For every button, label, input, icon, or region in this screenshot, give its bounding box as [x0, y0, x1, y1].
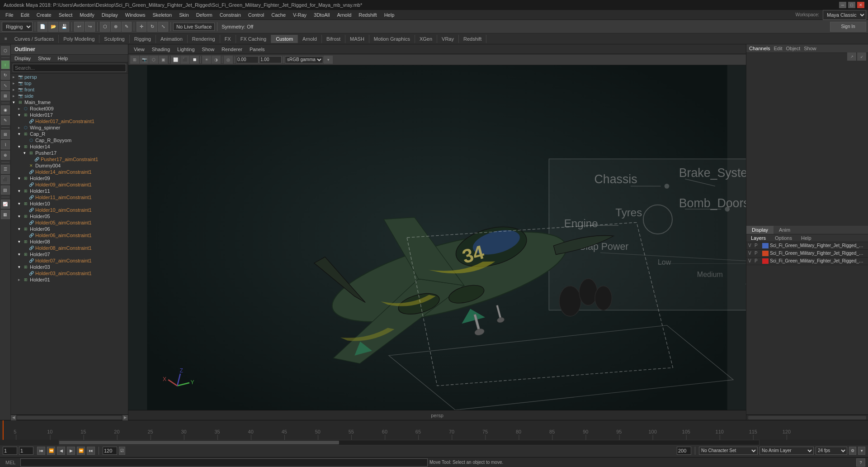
tree-item-holder07[interactable]: ▾ ⊞ Holder07 [11, 251, 128, 257]
menu-redshift[interactable]: Redshift [355, 11, 380, 19]
vp-menu-view[interactable]: View [130, 46, 148, 53]
paint-btn[interactable]: ✎ [122, 22, 132, 32]
menu-file[interactable]: File [2, 11, 17, 19]
layer-name[interactable]: Sci_Fi_Green_Military_Fighter_Jet_Rigged… [770, 243, 866, 248]
timeline-ruler[interactable]: 5 10 15 20 25 30 35 40 45 50 55 60 65 70… [0, 420, 868, 440]
layer-v[interactable]: V [748, 258, 755, 263]
no-character-dropdown[interactable]: No Character Set [699, 447, 758, 455]
show-tab[interactable]: Show [804, 46, 816, 51]
tab-animation[interactable]: Animation [156, 35, 188, 43]
vp-texture-btn[interactable]: 🔲 [190, 56, 199, 64]
tree-item-holder03-constraint[interactable]: 🔗 Holder03_aimConstraint1 [11, 270, 128, 276]
menu-3dtoall[interactable]: 3DtoAll [310, 11, 333, 19]
rotate-btn[interactable]: ↻ [147, 22, 157, 32]
vp-res-gate-btn[interactable]: ▣ [159, 56, 168, 64]
tree-item-holder09[interactable]: ▾ ⊞ Holder09 [11, 175, 128, 181]
vp-xray-btn[interactable]: ◎ [224, 56, 233, 64]
tab-fx[interactable]: FX [220, 35, 236, 43]
range-start-input[interactable] [3, 447, 17, 455]
tab-custom[interactable]: Custom [271, 35, 298, 43]
tree-item-holder08[interactable]: ▾ ⊞ Holder08 [11, 238, 128, 245]
tab-display[interactable]: Display [746, 226, 774, 234]
snap-point-btn[interactable]: ⊕ [1, 151, 10, 160]
layer-p[interactable]: P [755, 251, 761, 256]
menu-vray[interactable]: V-Ray [289, 11, 310, 19]
tree-item-holder07-constraint[interactable]: 🔗 Holder07_aimConstraint1 [11, 257, 128, 264]
anim-prefs-btn[interactable]: ▾ [858, 447, 865, 455]
tree-item-holder01[interactable]: ▸ ⊞ Holder01 [11, 276, 128, 283]
tree-item-holder06-constraint[interactable]: 🔗 Holder06_aimConstraint1 [11, 232, 128, 238]
tree-item-holder09-constraint[interactable]: 🔗 Holder09_aimConstraint1 [11, 181, 128, 188]
object-tab[interactable]: Object [786, 46, 800, 51]
tab-fx-caching[interactable]: FX Caching [236, 35, 271, 43]
tree-item-cap-r[interactable]: ▾ ⊞ Cap_R [11, 131, 128, 137]
prev-frame-btn[interactable]: ◀ [57, 447, 65, 455]
menu-create[interactable]: Create [33, 11, 55, 19]
range-end-check[interactable]: ☑ [119, 447, 125, 455]
close-button[interactable]: ✕ [857, 2, 864, 8]
menu-help[interactable]: Help [381, 11, 398, 19]
timeline-range-slider[interactable] [59, 440, 760, 445]
vp-menu-show[interactable]: Show [198, 46, 218, 53]
vp-far-clip-input[interactable] [259, 56, 282, 63]
layer-item-geom[interactable]: V P Sci_Fi_Green_Military_Fighter_Jet_Ri… [746, 250, 868, 257]
tree-item-holder10-constraint[interactable]: 🔗 Holder10_aimConstraint1 [11, 207, 128, 213]
redo-btn[interactable]: ↪ [85, 22, 95, 32]
tab-help[interactable]: Help [797, 234, 816, 242]
vp-menu-panels[interactable]: Panels [246, 46, 269, 53]
layer-p[interactable]: P [755, 243, 761, 248]
layer-p[interactable]: P [755, 258, 761, 263]
snap-curve-btn[interactable]: ⌇ [1, 140, 10, 149]
tree-item-top[interactable]: ▸ 📷 top [11, 80, 128, 86]
lasso-btn[interactable]: ⊕ [111, 22, 121, 32]
layer-v[interactable]: V [748, 243, 755, 248]
right-panel-collapse-btn[interactable]: ↙ [857, 52, 866, 61]
save-scene-btn[interactable]: 💾 [59, 22, 69, 32]
new-scene-btn[interactable]: 📄 [38, 22, 47, 32]
range-thumb[interactable] [59, 441, 339, 444]
undo-btn[interactable]: ↩ [74, 22, 84, 32]
tab-curves-surfaces[interactable]: Curves / Surfaces [10, 35, 59, 43]
universal-manip-btn[interactable]: ⊞ [1, 91, 10, 100]
tab-anim[interactable]: Anim [774, 226, 796, 234]
render-btn[interactable]: ⬛ [1, 175, 10, 184]
outliner-hscrollbar[interactable] [17, 416, 122, 419]
tree-item-holder11[interactable]: ▾ ⊞ Holder11 [11, 188, 128, 194]
next-frame-btn[interactable]: ⏩ [77, 447, 85, 455]
vp-gate-btn[interactable]: ⬡ [149, 56, 158, 64]
skip-back-btn[interactable]: ⏮ [37, 447, 45, 455]
menu-skeleton[interactable]: Skeleton [149, 11, 175, 19]
outliner-menu-display[interactable]: Display [11, 55, 34, 62]
vp-smooth-btn[interactable]: ⬛ [180, 56, 189, 64]
vp-near-clip-input[interactable] [236, 56, 259, 63]
rotate-tool-btn[interactable]: ↻ [1, 71, 10, 80]
menu-control[interactable]: Control [245, 11, 268, 19]
tree-item-rocket009[interactable]: ▸ ⬡ Rocket009 [11, 105, 128, 112]
vp-menu-renderer[interactable]: Renderer [218, 46, 246, 53]
outliner-scroll-left[interactable]: ◀ [11, 415, 16, 420]
playback-options-btn[interactable]: ⚙ [849, 447, 856, 455]
workspace-dropdown[interactable]: Maya Classic [823, 10, 866, 20]
search-input[interactable] [13, 64, 126, 72]
vp-wireframe-btn[interactable]: ⬜ [171, 56, 180, 64]
tab-layers[interactable]: Layers [746, 234, 770, 242]
tab-redshift[interactable]: Redshift [459, 35, 486, 43]
range-end-input[interactable] [103, 447, 117, 455]
vp-camera-select-btn[interactable]: ⊞ [130, 56, 139, 64]
vp-gamma-select[interactable]: sRGB gamma [285, 56, 323, 63]
vp-camera-btn[interactable]: 📷 [140, 56, 149, 64]
menu-constrain[interactable]: Constrain [216, 11, 245, 19]
tab-xgen[interactable]: XGen [415, 35, 437, 43]
menu-windows[interactable]: Windows [122, 11, 149, 19]
tab-motion-graphics[interactable]: Motion Graphics [369, 35, 415, 43]
tree-item-dummy004[interactable]: ✕ Dummy004 [11, 162, 128, 169]
tree-item-cap-r-boyyom[interactable]: ⬡ Cap_R_Boyyom [11, 137, 128, 143]
tab-poly-modeling[interactable]: Poly Modeling [59, 35, 99, 43]
tab-vray[interactable]: VRay [437, 35, 459, 43]
outliner-menu-show[interactable]: Show [34, 55, 54, 62]
paint-weights-btn[interactable]: ✎ [1, 116, 10, 125]
outliner-scroll-right[interactable]: ▶ [123, 415, 128, 420]
tree-item-holder08-constraint[interactable]: 🔗 Holder08_aimConstraint1 [11, 245, 128, 251]
outliner-menu-help[interactable]: Help [54, 55, 72, 62]
select-mode-btn[interactable]: ⬡ [1, 46, 10, 55]
